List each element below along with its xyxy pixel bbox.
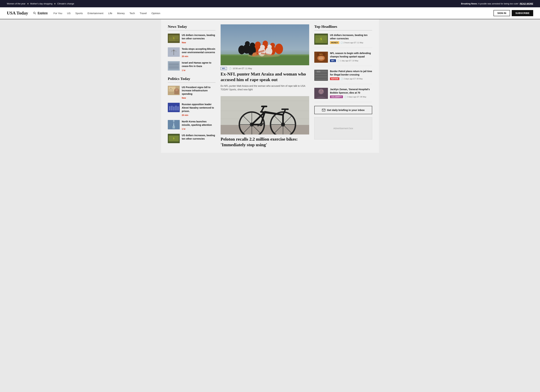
svg-text:New York: New York: [169, 90, 173, 90]
badge-celebrity-1: CELEBRITY: [330, 95, 343, 98]
headline-text-4: Jacklyn Zeman, 'General Hospital's Bobbi…: [330, 88, 372, 94]
svg-text:$: $: [320, 37, 322, 41]
ticker-item-2[interactable]: Mother's day shopping: [30, 2, 52, 5]
svg-text:NFL: NFL: [319, 53, 323, 55]
headline-thumb-1: $: [314, 34, 328, 45]
main-story[interactable]: NFL 🕐 10:56 am ET: 11 May Ex-NFL punter …: [221, 24, 309, 91]
breaking-news-label: Breaking News:: [461, 2, 478, 5]
ad-text: Advertisement box: [333, 127, 353, 130]
headline-item-4[interactable]: Jacklyn Zeman, 'General Hospital's Bobbi…: [314, 88, 372, 102]
politics-content-1: US President signs bill to increase infr…: [182, 86, 215, 100]
main-story-category: NFL: [221, 67, 227, 70]
politics-item-3[interactable]: North Korea launches missile, sparking a…: [168, 120, 215, 130]
nav-opinion[interactable]: Opinion: [149, 12, 163, 15]
email-briefing-button[interactable]: Get daily briefing in your inbox: [314, 106, 372, 114]
politics-item-1[interactable]: The New York US President signs bill to …: [168, 86, 215, 100]
badge-money-1: MONEY: [330, 41, 339, 44]
svg-point-0: [34, 12, 35, 14]
nav-tech[interactable]: Tech: [127, 12, 137, 15]
svg-line-1: [35, 14, 36, 15]
site-logo[interactable]: USA Today: [7, 10, 28, 16]
news-today-title: News Today: [168, 24, 215, 30]
headline-thumb-4: [314, 88, 328, 99]
nav-entertainment[interactable]: Entertainment: [85, 12, 106, 15]
news-tag-1: New: [182, 41, 186, 44]
main-story-title: Ex-NFL punter Matt Araiza and woman who …: [221, 71, 309, 82]
sidebar-left: News Today $ US dollars increases, beati…: [168, 24, 215, 148]
headline-item-1[interactable]: $ US dollars increases, beating ten othe…: [314, 34, 372, 48]
news-tag-3: 1 hr: [182, 69, 185, 72]
svg-rect-90: [323, 40, 327, 42]
svg-point-110: [322, 90, 323, 91]
news-thumb-1: $: [168, 34, 180, 43]
politics-tag-1: New: [182, 97, 186, 99]
news-headline-1: US dollars increases, beating ten other …: [182, 34, 215, 40]
headline-content-4: Jacklyn Zeman, 'General Hospital's Bobbi…: [330, 88, 372, 98]
politics-headline-2: Russian opposition leader Alexei Navalny…: [182, 103, 215, 113]
news-item-1[interactable]: $ US dollars increases, beating ten othe…: [168, 34, 215, 44]
ticker-bar: Women of the year Mother's day shopping …: [0, 0, 540, 7]
svg-point-39: [275, 44, 283, 54]
subscribe-button[interactable]: SUBSCRIBE: [512, 10, 533, 16]
nav-life[interactable]: Life: [106, 12, 115, 15]
nav-for-you[interactable]: For You: [51, 12, 65, 15]
nav-money[interactable]: Money: [115, 12, 127, 15]
svg-point-108: [318, 89, 324, 94]
svg-rect-23: [173, 106, 175, 111]
email-icon: [322, 109, 325, 111]
politics-item-4[interactable]: $ US dollars increases, beating ten othe…: [168, 134, 215, 143]
headline-content-3: Border Patrol plans return to jail time …: [330, 70, 372, 80]
signin-button[interactable]: SIGN IN: [494, 10, 510, 16]
svg-point-51: [267, 45, 272, 49]
headline-text-1: US dollars increases, beating ten other …: [330, 34, 372, 40]
svg-point-45: [238, 45, 245, 54]
svg-text:STOP: STOP: [317, 71, 320, 73]
second-story[interactable]: Peloton recalls 2.2 million exercise bik…: [221, 96, 309, 148]
ticker-dot-2: [54, 3, 55, 5]
main-story-description: Ex-NFL punter Matt Araiza and the woman …: [221, 84, 309, 91]
main-story-meta: NFL 🕐 10:56 am ET: 11 May: [221, 67, 309, 70]
top-headlines-title: Top Headlines: [314, 24, 372, 30]
breaking-news-text: A poodle was arrested for being too cute…: [478, 2, 518, 5]
politics-today-title: Politics Today: [168, 76, 215, 83]
nav-sports[interactable]: Sports: [73, 12, 85, 15]
news-item-3[interactable]: Israel and Hamas agree to cease-fire in …: [168, 61, 215, 72]
politics-thumb-2: [168, 103, 180, 112]
nav-travel[interactable]: Travel: [137, 12, 149, 15]
svg-rect-22: [171, 106, 173, 111]
center-content: NFL 🕐 10:56 am ET: 11 May Ex-NFL punter …: [221, 24, 309, 148]
news-content-1: US dollars increases, beating ten other …: [182, 34, 215, 44]
politics-item-2[interactable]: Russian opposition leader Alexei Navalny…: [168, 103, 215, 117]
headline-text-2: NFL season to begin with defending champ…: [330, 52, 372, 58]
politics-tag-2: 20 min: [182, 114, 188, 116]
politics-tag-3: 1 hr: [182, 128, 185, 130]
headline-item-2[interactable]: NFL NFL season to begin with defending c…: [314, 52, 372, 66]
svg-text:$: $: [173, 37, 175, 40]
svg-rect-5: [169, 36, 172, 37]
headline-thumb-3: STOP: [314, 70, 328, 81]
svg-rect-111: [322, 109, 325, 111]
headline-badges-1: MONEY 🕐 2 hours ago ET: 11 May: [330, 41, 372, 44]
svg-text:The: The: [170, 88, 172, 89]
news-headline-3: Israel and Hamas agree to cease-fire in …: [182, 61, 215, 68]
ticker-item-1[interactable]: Women of the year: [7, 2, 25, 5]
read-more-link[interactable]: READ MORE: [520, 2, 533, 5]
ticker-item-3[interactable]: Climate's change: [57, 2, 74, 5]
main-nav: USA Today Explore For You US Sports Ente…: [0, 7, 540, 19]
explore-button[interactable]: Explore: [33, 12, 48, 15]
nav-us[interactable]: US: [65, 12, 73, 15]
main-container: News Today $ US dollars increases, beati…: [161, 19, 379, 153]
svg-point-17: [175, 88, 178, 91]
svg-point-47: [245, 41, 250, 46]
headline-item-3[interactable]: STOP Border Patrol plans return to jail …: [314, 70, 372, 84]
sidebar-right: Top Headlines $ US dollars increases, be…: [314, 24, 372, 148]
clock-icon: 🕐: [229, 67, 231, 70]
email-briefing-text: Get daily briefing in your inbox: [327, 109, 365, 111]
politics-headline-1: US President signs bill to increase infr…: [182, 86, 215, 96]
politics-content-3: North Korea launches missile, sparking a…: [182, 120, 215, 130]
news-item-2[interactable]: Tesla stops accepting Bitcoin over envir…: [168, 47, 215, 58]
politics-thumb-3: [168, 120, 180, 129]
headline-text-3: Border Patrol plans return to jail time …: [330, 70, 372, 76]
headline-badges-2: NFL 🕐 1 day ago ET: 10 May: [330, 59, 372, 62]
badge-time-3: 🕐 2 days ago ET: 09 May: [341, 78, 363, 80]
